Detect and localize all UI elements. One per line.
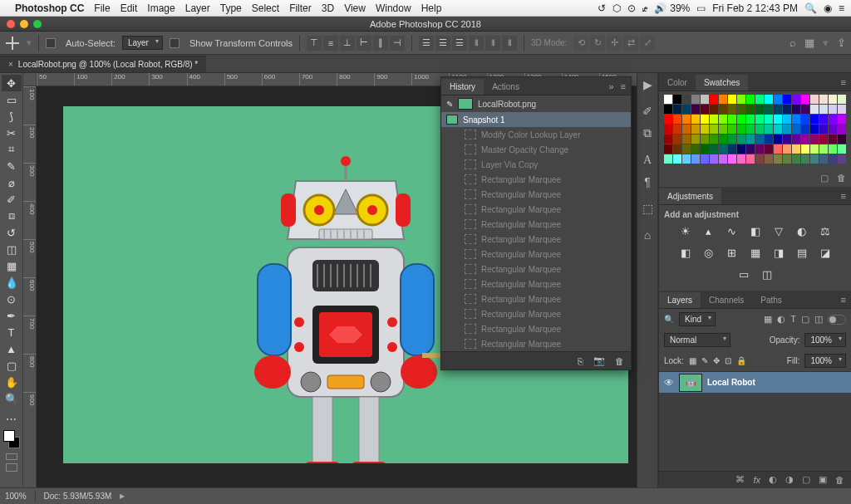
swatch[interactable] (838, 105, 846, 114)
align-left-button[interactable]: ⊢ (357, 36, 371, 51)
hue-saturation-icon[interactable]: ◐ (794, 224, 809, 237)
swatch[interactable] (682, 125, 691, 134)
history-state-row[interactable]: Rectangular Marquee (441, 172, 631, 187)
history-state-row[interactable]: Rectangular Marquee (441, 336, 631, 351)
swatch[interactable] (719, 125, 727, 134)
new-fill-adjustment-icon[interactable]: ◑ (785, 474, 794, 485)
swatch[interactable] (737, 144, 745, 154)
show-transform-checkbox[interactable] (170, 38, 180, 48)
swatch[interactable] (765, 135, 773, 144)
swatch[interactable] (737, 125, 745, 134)
swatch[interactable] (810, 135, 819, 144)
menu-file[interactable]: File (94, 2, 110, 14)
clone-stamp-tool[interactable]: ⧈ (2, 208, 22, 224)
3d-zoom-button[interactable]: ⤢ (640, 36, 655, 51)
swatch[interactable] (774, 154, 782, 164)
swatch[interactable] (728, 154, 736, 164)
swatch[interactable] (701, 115, 709, 124)
siri-icon[interactable]: ◉ (824, 2, 832, 14)
swatch[interactable] (755, 144, 764, 154)
new-swatch-icon[interactable]: ▢ (820, 173, 829, 183)
swatch[interactable] (746, 105, 755, 114)
status-flyout-icon[interactable]: ▶ (120, 492, 125, 500)
swatch[interactable] (673, 125, 681, 134)
swatch[interactable] (737, 105, 745, 114)
history-state-row[interactable]: Rectangular Marquee (441, 276, 631, 291)
swatch[interactable] (810, 154, 819, 164)
delete-layer-icon[interactable]: 🗑 (835, 475, 844, 485)
zoom-level[interactable]: 100% (5, 492, 27, 501)
filter-smart-icon[interactable]: ◫ (814, 314, 823, 325)
swatch[interactable] (810, 144, 819, 154)
swatch[interactable] (701, 144, 709, 154)
tab-paths[interactable]: Paths (752, 292, 790, 308)
history-snapshot-row[interactable]: Snapshot 1 (441, 112, 631, 127)
swatch[interactable] (719, 144, 727, 154)
swatch[interactable] (801, 95, 809, 104)
sync-icon[interactable]: ↺ (598, 2, 606, 14)
swatch[interactable] (691, 125, 700, 134)
spotlight-icon[interactable]: 🔍 (804, 2, 817, 14)
swatch[interactable] (746, 144, 755, 154)
swatch[interactable] (792, 95, 800, 104)
swatch[interactable] (728, 144, 736, 154)
menu-filter[interactable]: Filter (289, 2, 312, 14)
swatch[interactable] (838, 115, 846, 124)
swatch[interactable] (755, 95, 764, 104)
swatch[interactable] (829, 125, 837, 134)
wifi-icon[interactable]: ⸙ (642, 2, 647, 14)
swatch[interactable] (691, 154, 700, 164)
swatch[interactable] (755, 135, 764, 144)
layer-style-icon[interactable]: fx (753, 475, 760, 485)
notification-center-icon[interactable]: ≡ (839, 2, 844, 14)
foreground-background-colors[interactable] (2, 428, 22, 450)
distribute-vcenter-button[interactable]: ☰ (435, 36, 450, 51)
swatch[interactable] (691, 95, 700, 104)
history-state-row[interactable]: Layer Via Copy (441, 157, 631, 172)
swatch[interactable] (737, 95, 745, 104)
quick-mask-toggle[interactable] (2, 453, 22, 460)
display-icon[interactable]: ⊙ (627, 2, 636, 14)
swatch[interactable] (719, 105, 727, 114)
swatch[interactable] (783, 125, 791, 134)
battery-icon[interactable]: ▭ (696, 2, 706, 14)
swatch[interactable] (819, 144, 828, 154)
gradient-tool[interactable]: ▦ (2, 257, 22, 274)
create-snapshot-icon[interactable]: 📷 (593, 355, 605, 366)
type-tool[interactable]: T (2, 324, 22, 340)
swatch[interactable] (755, 105, 764, 114)
swatch[interactable] (774, 95, 782, 104)
history-state-row[interactable]: Rectangular Marquee (441, 232, 631, 247)
new-group-icon[interactable]: ▢ (802, 474, 810, 485)
auto-select-target-dropdown[interactable]: Layer (122, 36, 163, 50)
align-top-button[interactable]: ⊤ (307, 36, 322, 51)
swatch[interactable] (691, 115, 700, 124)
filter-type-icon[interactable]: T (790, 314, 796, 325)
swatch[interactable] (765, 95, 773, 104)
layer-thumbnail[interactable]: 🤖 (679, 374, 702, 392)
invert-icon[interactable]: ◨ (771, 246, 786, 259)
swatch[interactable] (710, 144, 718, 154)
swatch[interactable] (810, 115, 819, 124)
swatch[interactable] (673, 105, 681, 114)
fill-value-dropdown[interactable]: 100% (804, 354, 846, 368)
swatch[interactable] (819, 115, 828, 124)
character-panel-icon[interactable]: A (643, 154, 652, 167)
quick-selection-tool[interactable]: ✂ (2, 125, 22, 141)
swatch[interactable] (819, 154, 828, 164)
swatch[interactable] (774, 144, 782, 154)
layer-name[interactable]: Local Robot (707, 378, 755, 387)
layer-mask-icon[interactable]: ◐ (769, 474, 777, 485)
history-state-row[interactable]: Rectangular Marquee (441, 187, 631, 202)
swatch[interactable] (838, 125, 846, 134)
swatch[interactable] (682, 105, 691, 114)
layer-visibility-icon[interactable]: 👁 (664, 377, 674, 389)
create-document-from-state-icon[interactable]: ⎘ (578, 356, 583, 366)
adjustments-panel-menu-icon[interactable]: ≡ (836, 188, 851, 204)
swatch[interactable] (710, 115, 718, 124)
swatch[interactable] (801, 105, 809, 114)
swatch[interactable] (765, 105, 773, 114)
tab-history[interactable]: History (441, 79, 484, 95)
swatch[interactable] (673, 95, 681, 104)
swatch[interactable] (801, 144, 809, 154)
